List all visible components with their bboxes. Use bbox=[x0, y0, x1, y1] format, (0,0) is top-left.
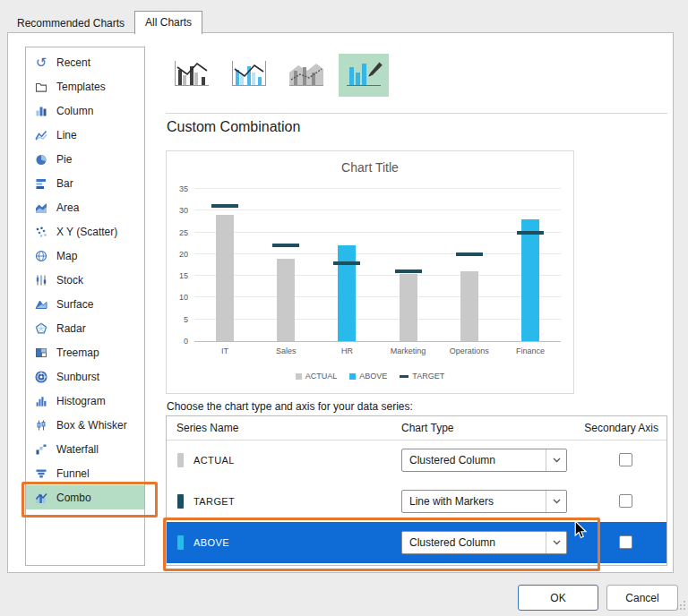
column-bar bbox=[400, 274, 417, 341]
sidebar-item-funnel[interactable]: Funnel bbox=[26, 461, 144, 485]
x-tick-label: Operations bbox=[439, 346, 500, 355]
radar-chart-icon bbox=[34, 321, 48, 336]
insert-chart-dialog: Recommended Charts All Charts ↺ Recent T… bbox=[0, 0, 688, 616]
sidebar-item-label: Radar bbox=[56, 322, 86, 335]
sidebar-item-waterfall[interactable]: Waterfall bbox=[26, 437, 144, 461]
sidebar-item-scatter[interactable]: X Y (Scatter) bbox=[26, 219, 144, 244]
stock-chart-icon bbox=[34, 273, 48, 287]
series-swatch bbox=[177, 453, 184, 467]
subtype-clustered-column-line[interactable] bbox=[167, 54, 217, 97]
sidebar-item-sunburst[interactable]: Sunburst bbox=[26, 364, 144, 389]
section-heading: Custom Combination bbox=[167, 119, 300, 135]
y-tick-label: 25 bbox=[179, 228, 188, 236]
subtype-custom-combination[interactable] bbox=[339, 54, 389, 97]
sidebar-item-treemap[interactable]: Treemap bbox=[26, 340, 144, 364]
stacked-area-clustered-column-icon bbox=[287, 58, 326, 92]
column-chart-icon bbox=[34, 104, 48, 118]
legend-item: TARGET bbox=[400, 372, 444, 381]
column-bar bbox=[277, 259, 295, 341]
secondary-axis-checkbox-above[interactable] bbox=[619, 535, 632, 549]
series-table-header: Series Name Chart Type Secondary Axis bbox=[167, 416, 666, 441]
map-chart-icon bbox=[34, 249, 48, 263]
tab-recommended-charts[interactable]: Recommended Charts bbox=[7, 13, 134, 34]
legend-label: ABOVE bbox=[359, 372, 387, 381]
series-name: ACTUAL bbox=[194, 455, 235, 466]
recent-icon: ↺ bbox=[34, 56, 48, 70]
chart-type-dropdown-actual[interactable]: Clustered Column bbox=[401, 449, 567, 472]
sidebar-item-area[interactable]: Area bbox=[26, 195, 144, 219]
sidebar-item-recent[interactable]: ↺ Recent bbox=[26, 50, 144, 74]
x-tick-label: Sales bbox=[255, 346, 316, 355]
sidebar-item-label: Treemap bbox=[56, 346, 99, 359]
combo-subtype-row bbox=[167, 54, 389, 97]
series-row-actual[interactable]: ACTUAL Clustered Column bbox=[167, 440, 666, 481]
legend-label: ACTUAL bbox=[305, 372, 338, 381]
clustered-column-line-icon bbox=[172, 58, 211, 92]
header-series-name: Series Name bbox=[176, 422, 238, 434]
series-name: TARGET bbox=[194, 496, 235, 507]
sidebar-item-column[interactable]: Column bbox=[26, 98, 144, 123]
y-tick-label: 0 bbox=[184, 338, 188, 346]
histogram-chart-icon bbox=[34, 394, 48, 408]
treemap-chart-icon bbox=[34, 346, 48, 360]
legend-swatch-icon bbox=[349, 373, 356, 380]
header-chart-type: Chart Type bbox=[401, 422, 453, 434]
chart-preview: Chart Title 05101520253035 ITSalesHRMark… bbox=[166, 150, 574, 394]
sidebar-item-label: Sunburst bbox=[56, 371, 99, 383]
sidebar-item-label: Funnel bbox=[56, 467, 90, 480]
cancel-button[interactable]: Cancel bbox=[606, 585, 678, 611]
secondary-axis-checkbox-actual[interactable] bbox=[619, 453, 632, 466]
mouse-cursor-icon bbox=[573, 520, 588, 543]
sidebar-item-map[interactable]: Map bbox=[26, 244, 144, 268]
column-bar bbox=[460, 271, 478, 341]
sidebar-item-label: Bar bbox=[56, 177, 73, 190]
x-tick-label: HR bbox=[316, 346, 377, 355]
y-tick-label: 30 bbox=[179, 207, 188, 215]
legend-item: ABOVE bbox=[349, 372, 387, 381]
sidebar-item-combo[interactable]: Combo bbox=[26, 485, 144, 509]
scatter-chart-icon bbox=[34, 225, 48, 239]
sidebar-item-bar[interactable]: Bar bbox=[26, 171, 144, 195]
tab-all-charts[interactable]: All Charts bbox=[134, 11, 202, 34]
series-name: ABOVE bbox=[194, 537, 229, 548]
sidebar-item-label: Recent bbox=[56, 56, 90, 69]
target-marker bbox=[456, 252, 483, 256]
header-secondary-axis: Secondary Axis bbox=[584, 422, 658, 434]
chart-type-dropdown-target[interactable]: Line with Markers bbox=[401, 490, 567, 513]
subtype-clustered-column-line-secondary[interactable] bbox=[224, 54, 274, 97]
waterfall-chart-icon bbox=[34, 442, 48, 457]
line-chart-icon bbox=[34, 128, 48, 142]
series-prompt: Choose the chart type and axis for your … bbox=[167, 400, 413, 413]
sidebar-item-pie[interactable]: Pie bbox=[26, 147, 144, 171]
sidebar-item-label: Stock bbox=[56, 274, 83, 287]
x-tick-label: Marketing bbox=[378, 346, 439, 355]
sidebar-item-histogram[interactable]: Histogram bbox=[26, 389, 144, 413]
category-slot bbox=[439, 189, 500, 341]
sidebar-item-templates[interactable]: Templates bbox=[26, 74, 144, 98]
sidebar-item-stock[interactable]: Stock bbox=[26, 268, 144, 292]
category-slot bbox=[378, 189, 439, 341]
series-row-above[interactable]: ABOVE Clustered Column bbox=[167, 522, 666, 563]
category-slot bbox=[500, 189, 561, 341]
secondary-axis-checkbox-target[interactable] bbox=[619, 494, 632, 508]
sidebar-item-label: Box & Whisker bbox=[56, 419, 127, 432]
chart-title: Chart Title bbox=[167, 160, 573, 175]
sidebar-item-surface[interactable]: Surface bbox=[26, 292, 144, 316]
subtype-stacked-area-clustered-column[interactable] bbox=[281, 54, 331, 97]
ok-button[interactable]: OK bbox=[518, 585, 598, 611]
resize-grip[interactable] bbox=[675, 598, 686, 614]
sidebar-item-radar[interactable]: Radar bbox=[26, 316, 144, 340]
sidebar-item-label: Waterfall bbox=[56, 443, 99, 456]
custom-combination-icon bbox=[344, 58, 383, 92]
sidebar-item-box-whisker[interactable]: Box & Whisker bbox=[26, 413, 144, 437]
sidebar-item-label: Histogram bbox=[56, 395, 106, 407]
sidebar-item-line[interactable]: Line bbox=[26, 123, 144, 147]
column-bar bbox=[338, 245, 356, 341]
pie-chart-icon bbox=[34, 152, 48, 167]
legend-swatch-icon bbox=[296, 373, 302, 380]
column-bar bbox=[521, 219, 539, 341]
series-row-target[interactable]: TARGET Line with Markers bbox=[167, 481, 666, 522]
chart-type-dropdown-above[interactable]: Clustered Column bbox=[401, 531, 567, 554]
box-whisker-chart-icon bbox=[34, 418, 48, 432]
y-axis-labels: 05101520253035 bbox=[168, 189, 191, 341]
